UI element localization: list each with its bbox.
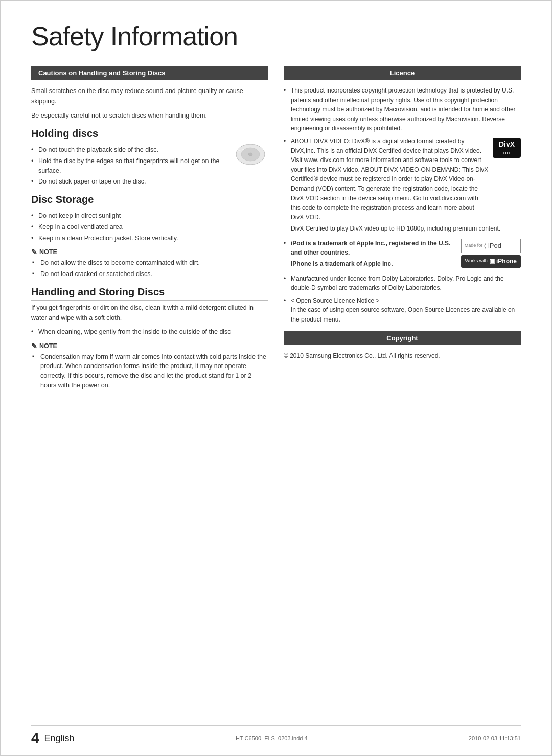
note-1: ✎ NOTE Do not allow the discs to become … — [31, 248, 268, 279]
holding-disc-item-2: Hold the disc by the edges so that finge… — [31, 156, 268, 176]
handling-item-1: When cleaning, wipe gently from the insi… — [31, 327, 268, 337]
ipod-item: iPod is a trademark of Apple Inc., regis… — [284, 239, 521, 269]
copyright-text: © 2010 Samsung Electronics Co., Ltd. All… — [284, 351, 521, 361]
licence-list: This product incorporates copyright prot… — [284, 86, 521, 234]
left-column: Cautions on Handling and Storing Discs S… — [31, 66, 268, 396]
handling-title: Handling and Storing Discs — [31, 286, 268, 301]
note-1-item-1: Do not allow the discs to become contami… — [31, 258, 268, 268]
corner-mark-br — [536, 730, 546, 740]
ipod-trademark-text: iPod is a trademark of Apple Inc., regis… — [291, 239, 456, 257]
footer-left: 4 English — [31, 730, 75, 746]
footer: 4 English HT-C6500_ELS_0203.indd 4 2010-… — [31, 725, 521, 746]
ipod-badge: Made for 〈 iPod — [461, 239, 521, 253]
divx-logo: DivX HD — [493, 138, 521, 158]
holding-discs-list: Do not touch the playback side of the di… — [31, 145, 268, 187]
disc-storage-item-2: Keep in a cool ventilated area — [31, 222, 268, 232]
note-1-label: ✎ NOTE — [31, 248, 268, 256]
licence-item-2: ABOUT DIVX VIDEO: DivX® is a digital vid… — [284, 136, 521, 234]
ipod-text-block: iPod is a trademark of Apple Inc., regis… — [291, 239, 456, 269]
licence-item-1: This product incorporates copyright prot… — [284, 86, 521, 133]
note-2-list: Condensation may form if warm air comes … — [31, 352, 268, 391]
page: Safety Information Cautions on Handling … — [0, 0, 552, 756]
note-2-label: ✎ NOTE — [31, 342, 268, 350]
note-icon-1: ✎ — [31, 248, 37, 256]
copyright-header: Copyright — [284, 331, 521, 345]
disc-storage-item-1: Do not keep in direct sunlight — [31, 211, 268, 221]
footer-date: 2010-02-03 11:13:51 — [469, 735, 521, 741]
footer-file: HT-C6500_ELS_0203.indd 4 — [236, 735, 308, 741]
handling-intro: If you get fingerprints or dirt on the d… — [31, 303, 268, 323]
page-title: Safety Information — [31, 21, 521, 52]
cautions-intro-2: Be especially careful not to scratch dis… — [31, 110, 268, 121]
disc-storage-title: Disc Storage — [31, 194, 268, 208]
dolby-list: Manufactured under licence from Dolby La… — [284, 274, 521, 325]
holding-disc-item-1: Do not touch the playback side of the di… — [31, 145, 268, 155]
corner-mark-tl — [6, 6, 16, 16]
corner-mark-tr — [536, 6, 546, 16]
handling-list: When cleaning, wipe gently from the insi… — [31, 327, 268, 337]
iphone-badge: Works with ▣ iPhone — [461, 255, 521, 268]
iphone-trademark-text: iPhone is a trademark of Apple Inc. — [291, 259, 456, 269]
note-2-item-1: Condensation may form if warm air comes … — [31, 352, 268, 391]
ipod-list: iPod is a trademark of Apple Inc., regis… — [284, 239, 521, 269]
note-1-list: Do not allow the discs to become contami… — [31, 258, 268, 279]
holding-disc-item-3: Do not stick paper or tape on the disc. — [31, 177, 268, 187]
open-source-link: < Open Source Licence Notice > — [291, 297, 379, 304]
language-label: English — [44, 733, 75, 744]
cautions-intro-1: Small scratches on the disc may reduce s… — [31, 86, 268, 106]
ipod-iphone-badges: Made for 〈 iPod Works with ▣ iPhone — [461, 239, 521, 268]
disc-storage-list: Do not keep in direct sunlight Keep in a… — [31, 211, 268, 243]
main-content: Cautions on Handling and Storing Discs S… — [31, 66, 521, 396]
dolby-item: Manufactured under licence from Dolby La… — [284, 274, 521, 293]
right-column: Licence This product incorporates copyri… — [284, 66, 521, 396]
licence-header: Licence — [284, 66, 521, 80]
divx-row: ABOUT DIVX VIDEO: DivX® is a digital vid… — [291, 136, 521, 222]
note-1-item-2: Do not load cracked or scratched discs. — [31, 269, 268, 279]
cautions-header: Cautions on Handling and Storing Discs — [31, 66, 268, 80]
note-2: ✎ NOTE Condensation may form if warm air… — [31, 342, 268, 391]
page-number: 4 — [31, 730, 39, 746]
open-source-item: < Open Source Licence Notice > In the ca… — [284, 296, 521, 325]
divx-certified-text: DivX Certified to play DivX video up to … — [291, 224, 521, 234]
corner-mark-bl — [6, 730, 16, 740]
open-source-text: In the case of using open source softwar… — [291, 306, 515, 323]
divx-text: ABOUT DIVX VIDEO: DivX® is a digital vid… — [291, 136, 489, 222]
note-icon-2: ✎ — [31, 342, 37, 350]
disc-storage-item-3: Keep in a clean Protection jacket. Store… — [31, 234, 268, 243]
copyright-section: Copyright © 2010 Samsung Electronics Co.… — [284, 331, 521, 361]
